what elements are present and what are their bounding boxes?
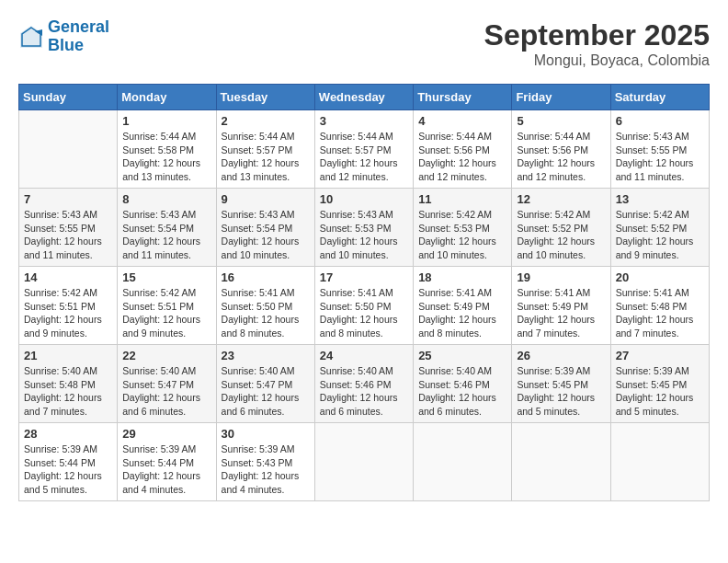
calendar-week-row: 28Sunrise: 5:39 AM Sunset: 5:44 PM Dayli… <box>19 423 710 501</box>
day-number: 1 <box>122 114 210 128</box>
day-info: Sunrise: 5:42 AM Sunset: 5:53 PM Dayligh… <box>418 208 506 262</box>
weekday-header-thursday: Thursday <box>414 85 512 110</box>
day-number: 9 <box>222 192 310 206</box>
title-block: September 2025 Mongui, Boyaca, Colombia <box>484 18 710 69</box>
day-number: 21 <box>24 349 112 362</box>
day-info: Sunrise: 5:44 AM Sunset: 5:57 PM Dayligh… <box>320 130 408 184</box>
calendar-cell: 4Sunrise: 5:44 AM Sunset: 5:56 PM Daylig… <box>414 110 512 189</box>
calendar-week-row: 14Sunrise: 5:42 AM Sunset: 5:51 PM Dayli… <box>19 267 710 345</box>
day-number: 7 <box>24 192 112 206</box>
day-number: 3 <box>320 114 408 128</box>
day-number: 22 <box>122 349 210 362</box>
day-info: Sunrise: 5:41 AM Sunset: 5:50 PM Dayligh… <box>320 286 408 340</box>
day-info: Sunrise: 5:44 AM Sunset: 5:57 PM Dayligh… <box>222 130 310 184</box>
calendar-cell <box>19 110 118 189</box>
day-info: Sunrise: 5:42 AM Sunset: 5:52 PM Dayligh… <box>616 208 704 262</box>
calendar-cell: 3Sunrise: 5:44 AM Sunset: 5:57 PM Daylig… <box>314 110 413 189</box>
weekday-header-wednesday: Wednesday <box>314 85 413 110</box>
day-number: 25 <box>418 349 506 362</box>
weekday-header-friday: Friday <box>512 85 610 110</box>
weekday-header-sunday: Sunday <box>19 85 118 110</box>
day-info: Sunrise: 5:39 AM Sunset: 5:43 PM Dayligh… <box>222 442 310 497</box>
calendar-cell <box>414 423 512 501</box>
calendar-cell: 29Sunrise: 5:39 AM Sunset: 5:44 PM Dayli… <box>118 423 216 501</box>
logo-icon <box>18 24 44 50</box>
calendar-cell: 23Sunrise: 5:40 AM Sunset: 5:47 PM Dayli… <box>216 345 314 423</box>
day-info: Sunrise: 5:42 AM Sunset: 5:51 PM Dayligh… <box>122 286 210 340</box>
day-number: 18 <box>418 270 506 284</box>
calendar-cell: 17Sunrise: 5:41 AM Sunset: 5:50 PM Dayli… <box>314 267 413 345</box>
day-info: Sunrise: 5:41 AM Sunset: 5:50 PM Dayligh… <box>222 286 310 340</box>
calendar-cell: 15Sunrise: 5:42 AM Sunset: 5:51 PM Dayli… <box>118 267 216 345</box>
calendar-cell: 27Sunrise: 5:39 AM Sunset: 5:45 PM Dayli… <box>610 345 709 423</box>
calendar-table: SundayMondayTuesdayWednesdayThursdayFrid… <box>18 84 710 501</box>
day-info: Sunrise: 5:39 AM Sunset: 5:44 PM Dayligh… <box>122 442 210 497</box>
day-number: 8 <box>122 192 210 206</box>
calendar-cell <box>512 423 610 501</box>
location-subtitle: Mongui, Boyaca, Colombia <box>484 52 710 69</box>
calendar-cell: 2Sunrise: 5:44 AM Sunset: 5:57 PM Daylig… <box>216 110 314 189</box>
day-info: Sunrise: 5:43 AM Sunset: 5:54 PM Dayligh… <box>122 208 210 262</box>
day-info: Sunrise: 5:40 AM Sunset: 5:46 PM Dayligh… <box>320 364 408 419</box>
day-info: Sunrise: 5:43 AM Sunset: 5:54 PM Dayligh… <box>222 208 310 262</box>
calendar-cell: 9Sunrise: 5:43 AM Sunset: 5:54 PM Daylig… <box>216 189 314 267</box>
day-number: 17 <box>320 270 408 284</box>
day-number: 24 <box>320 349 408 362</box>
calendar-cell: 19Sunrise: 5:41 AM Sunset: 5:49 PM Dayli… <box>512 267 610 345</box>
calendar-cell: 18Sunrise: 5:41 AM Sunset: 5:49 PM Dayli… <box>414 267 512 345</box>
day-number: 13 <box>616 192 704 206</box>
day-info: Sunrise: 5:41 AM Sunset: 5:48 PM Dayligh… <box>616 286 704 340</box>
page-header: General Blue September 2025 Mongui, Boya… <box>18 18 710 69</box>
day-number: 30 <box>222 427 310 441</box>
calendar-week-row: 1Sunrise: 5:44 AM Sunset: 5:58 PM Daylig… <box>19 110 710 189</box>
calendar-cell: 7Sunrise: 5:43 AM Sunset: 5:55 PM Daylig… <box>19 189 118 267</box>
month-title: September 2025 <box>484 18 710 52</box>
day-info: Sunrise: 5:40 AM Sunset: 5:48 PM Dayligh… <box>24 364 112 419</box>
calendar-cell: 16Sunrise: 5:41 AM Sunset: 5:50 PM Dayli… <box>216 267 314 345</box>
calendar-cell <box>610 423 709 501</box>
weekday-header-tuesday: Tuesday <box>216 85 314 110</box>
calendar-week-row: 21Sunrise: 5:40 AM Sunset: 5:48 PM Dayli… <box>19 345 710 423</box>
calendar-cell: 30Sunrise: 5:39 AM Sunset: 5:43 PM Dayli… <box>216 423 314 501</box>
day-number: 27 <box>616 349 704 362</box>
day-info: Sunrise: 5:41 AM Sunset: 5:49 PM Dayligh… <box>418 286 506 340</box>
calendar-cell: 13Sunrise: 5:42 AM Sunset: 5:52 PM Dayli… <box>610 189 709 267</box>
day-info: Sunrise: 5:43 AM Sunset: 5:55 PM Dayligh… <box>24 208 112 262</box>
calendar-week-row: 7Sunrise: 5:43 AM Sunset: 5:55 PM Daylig… <box>19 189 710 267</box>
day-info: Sunrise: 5:40 AM Sunset: 5:47 PM Dayligh… <box>122 364 210 419</box>
day-number: 26 <box>517 349 605 362</box>
day-number: 28 <box>24 427 112 441</box>
day-info: Sunrise: 5:43 AM Sunset: 5:55 PM Dayligh… <box>616 130 704 184</box>
day-info: Sunrise: 5:41 AM Sunset: 5:49 PM Dayligh… <box>517 286 605 340</box>
day-number: 4 <box>418 114 506 128</box>
svg-marker-0 <box>20 26 42 48</box>
calendar-cell: 8Sunrise: 5:43 AM Sunset: 5:54 PM Daylig… <box>118 189 216 267</box>
day-info: Sunrise: 5:44 AM Sunset: 5:58 PM Dayligh… <box>122 130 210 184</box>
day-info: Sunrise: 5:44 AM Sunset: 5:56 PM Dayligh… <box>517 130 605 184</box>
calendar-cell: 5Sunrise: 5:44 AM Sunset: 5:56 PM Daylig… <box>512 110 610 189</box>
day-number: 20 <box>616 270 704 284</box>
logo: General Blue <box>18 18 109 55</box>
weekday-header-monday: Monday <box>118 85 216 110</box>
day-number: 6 <box>616 114 704 128</box>
day-number: 15 <box>122 270 210 284</box>
day-number: 23 <box>222 349 310 362</box>
weekday-header-saturday: Saturday <box>610 85 709 110</box>
day-number: 19 <box>517 270 605 284</box>
day-info: Sunrise: 5:42 AM Sunset: 5:52 PM Dayligh… <box>517 208 605 262</box>
calendar-cell: 14Sunrise: 5:42 AM Sunset: 5:51 PM Dayli… <box>19 267 118 345</box>
day-number: 12 <box>517 192 605 206</box>
day-number: 16 <box>222 270 310 284</box>
day-info: Sunrise: 5:39 AM Sunset: 5:45 PM Dayligh… <box>616 364 704 419</box>
calendar-cell: 11Sunrise: 5:42 AM Sunset: 5:53 PM Dayli… <box>414 189 512 267</box>
day-number: 29 <box>122 427 210 441</box>
calendar-cell: 21Sunrise: 5:40 AM Sunset: 5:48 PM Dayli… <box>19 345 118 423</box>
calendar-cell: 26Sunrise: 5:39 AM Sunset: 5:45 PM Dayli… <box>512 345 610 423</box>
logo-text: General Blue <box>48 18 109 55</box>
weekday-header-row: SundayMondayTuesdayWednesdayThursdayFrid… <box>19 85 710 110</box>
day-info: Sunrise: 5:44 AM Sunset: 5:56 PM Dayligh… <box>418 130 506 184</box>
calendar-cell <box>314 423 413 501</box>
calendar-cell: 28Sunrise: 5:39 AM Sunset: 5:44 PM Dayli… <box>19 423 118 501</box>
day-info: Sunrise: 5:40 AM Sunset: 5:46 PM Dayligh… <box>418 364 506 419</box>
day-number: 11 <box>418 192 506 206</box>
